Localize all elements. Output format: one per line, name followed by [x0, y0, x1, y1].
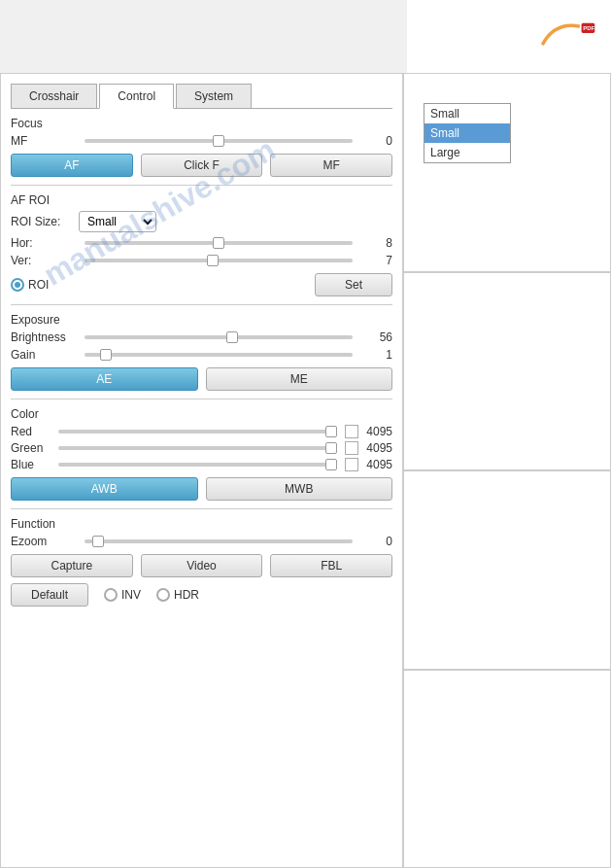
green-value: 4095 — [358, 441, 392, 455]
fbl-button[interactable]: FBL — [270, 554, 392, 577]
ae-button[interactable]: AE — [11, 367, 198, 391]
ver-slider-row: Ver: 7 — [11, 254, 392, 267]
ver-slider-track[interactable] — [85, 259, 353, 262]
clickf-button[interactable]: Click F — [141, 154, 263, 177]
tab-control[interactable]: Control — [99, 84, 174, 109]
afroi-label: AF ROI — [11, 193, 392, 207]
function-btn-row2: Default INV HDR — [11, 583, 392, 607]
ver-value: 7 — [358, 254, 392, 267]
hor-slider-thumb[interactable] — [213, 237, 224, 249]
main-layout: Crosshair Control System Focus MF 0 AF C… — [0, 73, 611, 868]
roi-controls: ROI Set — [11, 273, 392, 296]
roi-dropdown-popup: Small Small Large — [424, 103, 511, 163]
roi-radio[interactable]: ROI — [11, 278, 49, 292]
blue-checkbox[interactable] — [345, 458, 358, 471]
blue-value: 4095 — [358, 458, 392, 471]
svg-text:PDF: PDF — [583, 26, 594, 32]
me-button[interactable]: ME — [206, 367, 393, 391]
ver-label: Ver: — [11, 254, 79, 267]
ezoom-slider-thumb[interactable] — [92, 536, 104, 547]
green-label: Green — [11, 441, 54, 455]
roi-size-label: ROI Size: — [11, 215, 79, 228]
mf-slider-track[interactable] — [85, 139, 353, 143]
awb-button[interactable]: AWB — [11, 477, 198, 501]
right-panel: Small Small Large — [403, 73, 611, 868]
color-label: Color — [11, 407, 392, 421]
red-slider-thumb[interactable] — [325, 426, 337, 437]
brightness-label: Brightness — [11, 330, 79, 344]
hor-slider-track[interactable] — [85, 241, 353, 245]
top-bar: PDF — [407, 0, 611, 73]
gain-slider-row: Gain 1 — [11, 348, 392, 362]
brightness-slider-thumb[interactable] — [226, 331, 238, 343]
inv-label: INV — [121, 588, 141, 602]
set-button[interactable]: Set — [315, 273, 392, 296]
mwb-button[interactable]: MWB — [206, 477, 393, 501]
hor-slider-row: Hor: 8 — [11, 236, 392, 250]
ezoom-value: 0 — [358, 535, 392, 548]
blue-slider-row: Blue 4095 — [11, 458, 392, 471]
default-button[interactable]: Default — [11, 583, 88, 607]
mf-slider-thumb[interactable] — [213, 135, 224, 147]
right-section-2 — [403, 272, 611, 471]
hor-value: 8 — [358, 236, 392, 250]
red-slider-track[interactable] — [58, 430, 337, 434]
brightness-slider-row: Brightness 56 — [11, 330, 392, 344]
left-panel: Crosshair Control System Focus MF 0 AF C… — [0, 73, 403, 868]
exposure-btn-row: AE ME — [11, 367, 392, 391]
roi-radio-circle[interactable] — [11, 278, 24, 292]
right-section-1: Small Small Large — [403, 73, 611, 272]
blue-label: Blue — [11, 458, 54, 471]
video-button[interactable]: Video — [141, 554, 263, 577]
dropdown-item-small-1[interactable]: Small — [424, 104, 510, 123]
af-button[interactable]: AF — [11, 154, 133, 177]
ezoom-slider-track[interactable] — [85, 539, 353, 543]
roi-size-select[interactable]: Small Large — [79, 211, 156, 232]
brightness-slider-track[interactable] — [85, 335, 353, 339]
dropdown-item-large[interactable]: Large — [424, 143, 510, 162]
red-checkbox[interactable] — [345, 425, 358, 438]
capture-button[interactable]: Capture — [11, 554, 133, 577]
green-slider-row: Green 4095 — [11, 441, 392, 455]
divider-3 — [11, 399, 392, 399]
ezoom-slider-row: Ezoom 0 — [11, 535, 392, 548]
hdr-option[interactable]: HDR — [156, 588, 199, 602]
ver-slider-thumb[interactable] — [207, 255, 219, 266]
focus-label: Focus — [11, 117, 392, 130]
red-value: 4095 — [358, 425, 392, 438]
right-section-4 — [403, 670, 611, 869]
tab-crosshair[interactable]: Crosshair — [11, 84, 97, 108]
mf-label: MF — [11, 134, 79, 148]
hor-label: Hor: — [11, 236, 79, 250]
red-slider-row: Red 4095 — [11, 425, 392, 438]
function-label: Function — [11, 517, 392, 531]
blue-slider-track[interactable] — [58, 463, 337, 467]
inv-radio[interactable] — [104, 588, 118, 602]
gain-slider-thumb[interactable] — [100, 349, 112, 361]
roi-radio-label: ROI — [28, 278, 49, 292]
focus-btn-row: AF Click F MF — [11, 154, 392, 177]
tab-system[interactable]: System — [176, 84, 252, 108]
logo-icon: PDF — [538, 19, 596, 53]
tabs: Crosshair Control System — [11, 84, 392, 109]
exposure-label: Exposure — [11, 313, 392, 327]
right-section-3 — [403, 470, 611, 670]
divider-1 — [11, 185, 392, 186]
red-label: Red — [11, 425, 54, 438]
green-slider-thumb[interactable] — [325, 442, 337, 454]
ezoom-label: Ezoom — [11, 535, 79, 548]
mf-value: 0 — [358, 134, 392, 148]
green-slider-track[interactable] — [58, 446, 337, 450]
function-btn-row1: Capture Video FBL — [11, 554, 392, 577]
mf-button[interactable]: MF — [270, 154, 392, 177]
divider-4 — [11, 508, 392, 509]
brightness-value: 56 — [358, 330, 392, 344]
green-checkbox[interactable] — [345, 441, 358, 455]
blue-slider-thumb[interactable] — [325, 459, 337, 470]
dropdown-item-small-2[interactable]: Small — [424, 123, 510, 143]
hdr-radio[interactable] — [156, 588, 170, 602]
divider-2 — [11, 304, 392, 305]
gain-value: 1 — [358, 348, 392, 362]
gain-slider-track[interactable] — [85, 353, 353, 357]
inv-option[interactable]: INV — [104, 588, 141, 602]
